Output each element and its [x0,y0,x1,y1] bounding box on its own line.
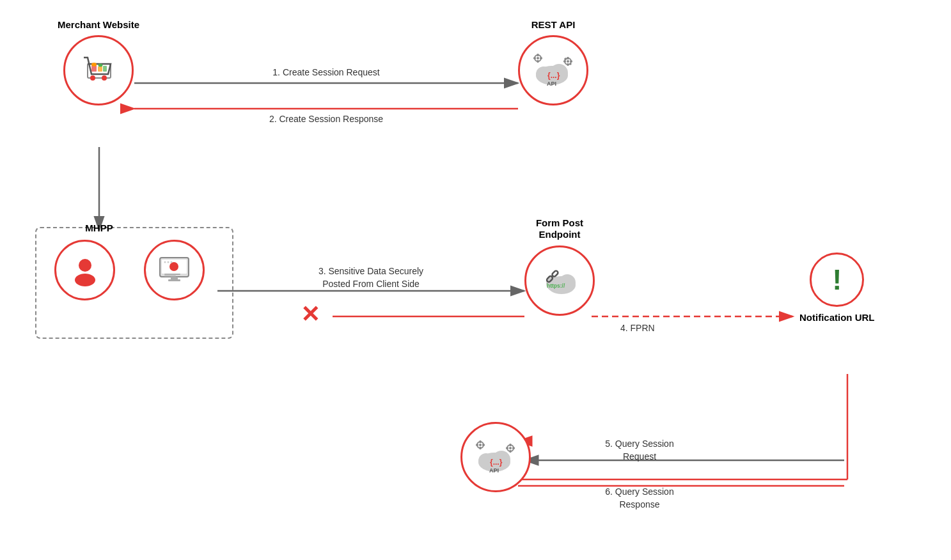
api-icon: {...} API [530,50,578,91]
svg-text:API: API [547,81,556,87]
svg-rect-60 [506,447,508,449]
svg-point-33 [75,274,95,286]
mhpp-label: MHPP [85,222,113,233]
svg-rect-40 [168,279,180,281]
svg-point-6 [90,75,95,81]
svg-rect-9 [98,66,102,72]
svg-point-27 [537,57,539,59]
svg-point-19 [567,60,569,63]
svg-rect-58 [509,444,511,446]
person-node [54,240,115,300]
label-arrow4: 4. FPRN [620,323,723,333]
queryapi-circle: {...} API [460,422,531,492]
svg-point-57 [509,447,512,449]
svg-rect-39 [171,277,178,279]
formpost-label: Form PostEndpoint [536,217,583,240]
formpost-icon: https:// [537,261,582,300]
svg-rect-22 [563,60,566,62]
person-circle [54,240,115,300]
merchant-circle [63,35,134,105]
diagram: Merchant Website REST API [0,0,951,560]
notification-label: Notification URL [799,312,875,323]
screen-circle [144,240,205,300]
label-arrow1: 1. Create Session Request [198,67,454,77]
svg-point-7 [102,75,107,81]
screen-icon [157,254,192,286]
svg-rect-30 [533,57,536,59]
svg-rect-25 [569,62,571,65]
screen-node [144,240,205,300]
svg-point-41 [164,261,166,263]
svg-rect-61 [512,447,515,449]
svg-point-36 [169,262,178,271]
formpost-node: Form PostEndpoint https:// [524,217,595,316]
notification-node: ! Notification URL [799,253,875,323]
queryapi-node: {...} API [460,422,531,492]
svg-text:API: API [489,467,499,474]
blocked-x-mark: ✕ [301,303,320,326]
svg-rect-64 [479,440,481,443]
queryapi-icon: {...} API [472,437,520,478]
svg-rect-67 [482,444,485,446]
exclaim-icon: ! [832,266,842,294]
svg-rect-65 [479,447,481,449]
svg-point-63 [479,444,482,446]
formpost-circle: https:// [524,245,595,316]
label-arrow3: 3. Sensitive Data SecurelyPosted From Cl… [249,265,492,290]
svg-text:{...}: {...} [490,458,503,467]
cart-icon [79,52,118,88]
svg-rect-37 [164,274,180,275]
svg-rect-66 [476,444,478,446]
svg-point-12 [98,64,103,67]
svg-rect-20 [567,57,569,59]
svg-rect-38 [164,276,176,277]
notification-circle: ! [810,253,864,307]
svg-rect-23 [570,60,572,62]
svg-rect-21 [567,63,569,66]
merchant-label: Merchant Website [58,19,139,30]
svg-text:{...}: {...} [547,71,560,80]
merchant-node: Merchant Website [58,19,139,105]
svg-rect-59 [509,450,511,453]
label-arrow2: 2. Create Session Response [198,114,454,124]
svg-rect-31 [540,57,542,59]
restapi-node: REST API {...} API [518,19,588,105]
restapi-label: REST API [531,19,576,30]
svg-text:https://: https:// [547,283,565,289]
person-icon [69,254,101,286]
svg-point-43 [171,261,173,263]
restapi-circle: {...} API [518,35,588,105]
svg-point-11 [91,63,97,66]
svg-rect-28 [537,54,538,56]
svg-point-32 [79,259,91,272]
label-arrow6: 6. Query SessionResponse [576,486,703,511]
svg-rect-10 [103,66,107,72]
label-arrow5: 5. Query SessionRequest [576,438,703,463]
svg-point-42 [168,261,169,263]
svg-line-50 [552,276,553,277]
svg-rect-29 [537,60,538,63]
